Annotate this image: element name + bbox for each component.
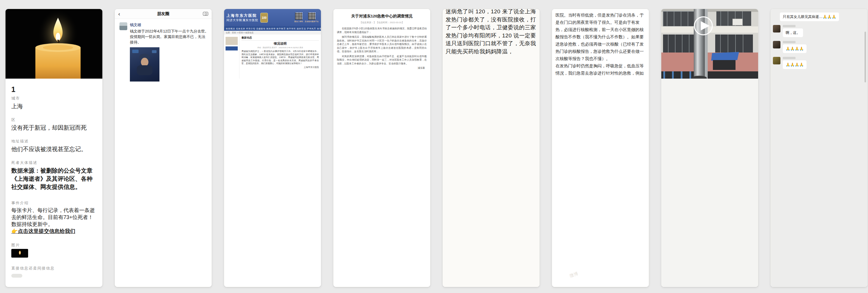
screenshot-text: 医院。当时有些低烧，但是发热门诊在消杀，于是在门口的黑夜里等待了很久。可是由于有… — [556, 11, 645, 77]
address-value: 他们不应该被漠视甚至忘记。 — [11, 145, 97, 153]
sender-name-blur — [783, 25, 796, 27]
avatar — [773, 25, 780, 32]
building-video-frame — [661, 9, 758, 79]
image-thumbnail-candle[interactable] — [11, 249, 28, 258]
card-7[interactable]: 微博 微博 医院。当时有些低烧，但是发热门诊在消杀，于是在门口的黑夜里等待了很久… — [552, 9, 649, 287]
hospital-name: 上海市东方医院 — [226, 13, 258, 18]
chat-message-row: 啊，这。 — [773, 25, 867, 37]
post-text: 钱文雄于2022年4月12日下午一点十九分去世。疫情期间一切从简。家属目前悲痛不… — [130, 28, 209, 45]
qr-caption: 患者移动服务平台 — [305, 20, 319, 23]
candle-photo — [5, 9, 102, 79]
card-body: 6 城市 上海 区 徐汇 地址描述 天平路街道永康居民区 死者大体描述 一位老人… — [443, 287, 539, 287]
notice-signature: 上海市东方医院 — [242, 66, 319, 69]
sender-name-blur — [783, 57, 796, 59]
statement-title: 关于对浦东120急救中心的调查情况 — [337, 13, 427, 19]
notice-meta: 作者：系统管理员 发表于：2022/3/25 2:46:41 有253人阅读 — [242, 47, 319, 49]
chat-bubble: 啊，这。 — [783, 28, 803, 37]
notice-title: 情况说明 — [242, 41, 319, 46]
chat-message-row: 🙏🙏🙏🙏 — [773, 57, 867, 69]
wechat-group-chat-screenshot: 只有其女儿眼见其病逝…🙏🙏🙏 啊，这。 🙏🙏🙏🙏 — [771, 9, 867, 287]
chat-message-row: 🙏🙏🙏🙏 — [773, 41, 867, 53]
card-number: 8 — [667, 287, 752, 287]
chat-bubble: 🙏🙏🙏🙏 — [783, 60, 807, 69]
moments-title: 朋友圈 — [157, 11, 169, 17]
camera-icon — [203, 12, 208, 16]
gallery-board: 1 城市 上海 区 没有死于新冠，却因新冠而死 地址描述 他们不应该被漠视甚至忘… — [0, 0, 868, 287]
weibo-watermark: 微博 — [568, 270, 579, 280]
event-value: 每张卡片、每行记录，代表着一条逝去的鲜活生命。目前有73+位死者！数据持续更新中… — [11, 207, 97, 228]
city-value: 上海 — [11, 102, 97, 110]
district-value: 没有死于新冠，却因新冠而死 — [11, 124, 97, 132]
submit-info-link[interactable]: 👉点击这里提交信息给我们 — [11, 228, 97, 235]
screenshot-text: 迷病危了叫 120，120 来了说全上海发热门诊都关了，没有医院接收，打了一个多… — [445, 9, 537, 55]
card-3[interactable]: ‹ 朋友圈 钱文雄 钱文雄于2022年4月12日下午一点十九分去世。疫情期间一切… — [115, 9, 212, 287]
back-chevron-icon: ‹ — [118, 11, 120, 17]
qr-code-icon — [295, 12, 302, 20]
notice-body: 周盛妮为我院护士，一直在院内从事护理相关工作。3月23日在家中哮喘发作，用药后无… — [242, 50, 319, 65]
post-photo — [130, 47, 159, 82]
candle-illustration — [5, 9, 102, 79]
empty-value-pill — [11, 274, 22, 277]
official-statement-screenshot: 关于对浦东120急救中心的调查情况 【信息来源：】【信息时间：2022-03-3… — [333, 9, 430, 287]
field-label-deceased: 死者大体描述 — [11, 160, 97, 166]
statement-paragraph: 在航昌路376弄小区120急救医生未向求救患者施救的情况，我委立即连夜启动调查，… — [337, 27, 427, 34]
poster-name: 钱文雄 — [130, 22, 209, 28]
card-body: 5 城市 上海 区 浦东 地址描述 航昌路 死者大体描述 浦东一位哮喘病人 事件… — [333, 287, 430, 287]
hospital-website-screenshot: 上海市东方医院 同济大学附属东方医院 100 微信二维码 患者移动服务平台 医院… — [224, 9, 321, 287]
hospital-subname: 同济大学附属东方医院 — [226, 18, 258, 22]
card-body: 4 城市 上海 区 浦东 地址描述 东方医院 死者大体描述 周盛妮，东方医院护士… — [224, 287, 321, 287]
column-title: 最新动态 — [242, 36, 319, 40]
card-number: 7 — [558, 287, 643, 287]
breadcrumb: 位置：首页 >>首页>>最新动态 — [224, 31, 321, 34]
chat-bubble: 🙏🙏🙏🙏 — [783, 45, 807, 53]
sender-name-blur — [783, 41, 796, 43]
statement-signature: 浦东新 — [337, 66, 427, 70]
card-9[interactable]: 只有其女儿眼见其病逝…🙏🙏🙏 啊，这。 🙏🙏🙏🙏 — [770, 9, 868, 287]
video-thumbnail — [661, 9, 758, 287]
wechat-moments-screenshot: ‹ 朋友圈 钱文雄 钱文雄于2022年4月12日下午一点十九分去世。疫情期间一切… — [115, 9, 212, 287]
moments-navbar: ‹ 朋友圈 — [115, 9, 212, 19]
field-label-city: 城市 — [11, 95, 97, 101]
moments-post: 钱文雄 钱文雄于2022年4月12日下午一点十九分去世。疫情期间一切从简。家属目… — [115, 19, 212, 45]
avatar — [773, 41, 780, 49]
qr-code-icon — [308, 12, 315, 20]
card-number: 6 — [448, 287, 534, 287]
statement-body: 在航昌路376弄小区120急救医生未向求救患者施救的情况，我委立即连夜启动调查，… — [337, 27, 427, 65]
card-number: 5 — [339, 287, 425, 287]
site-nav-menu: 医院概况 名医名家 科室介绍 党建园地 医政管理 医学教育 医学研究 国际交流 … — [224, 26, 321, 31]
text-screenshot: 迷病危了叫 120，120 来了说全上海发热门诊都关了，没有医院接收，打了一个多… — [443, 9, 539, 287]
statement-paragraph: 接到求救情况后，现场核酸检测的医务人员已奔赴其家中进行了数十分钟的紧急抢救。当时… — [337, 35, 427, 53]
card-body: 7 城市 上海 区 不明 地址描述 不明 死者大体描述 一位癌症患者 事件介绍 … — [552, 287, 649, 287]
site-main: 最新动态 情况说明 作者：系统管理员 发表于：2022/3/25 2:46:41… — [239, 34, 321, 79]
card-5[interactable]: 关于对浦东120急救中心的调查情况 【信息来源：】【信息时间：2022-03-3… — [333, 9, 431, 287]
avatar — [773, 57, 780, 64]
scrollbar[interactable] — [865, 32, 866, 82]
anniversary-badge: 100 — [260, 13, 268, 23]
field-label-image: 图片 — [11, 242, 97, 248]
statement-paragraph: 对其的离世深表悲痛，对急救医生由于经验不足、处置不当未能及时出借车载除颤仪，作出… — [337, 55, 427, 65]
deceased-value: 数据来源：被删除的公众号文章《上海逝者》及其评论区、各种社交媒体、网友提供信息。 — [11, 167, 97, 191]
card-number: 4 — [230, 287, 315, 287]
field-label-address: 地址描述 — [11, 138, 97, 144]
avatar — [119, 22, 127, 30]
play-icon — [694, 17, 712, 35]
card-4[interactable]: 上海市东方医院 同济大学附属东方医院 100 微信二维码 患者移动服务平台 医院… — [224, 9, 321, 287]
card-body: 1 城市 上海 区 没有死于新冠，却因新冠而死 地址描述 他们不应该被漠视甚至忘… — [5, 79, 102, 287]
card-number: 1 — [11, 79, 97, 95]
card-8[interactable]: 8 城市 上海 区 不明 地址描述 不明 死者大体描述 一位透析病人 事件介绍 … — [661, 9, 758, 287]
card-number: 3 — [121, 287, 206, 287]
card-1[interactable]: 1 城市 上海 区 没有死于新冠，却因新冠而死 地址描述 他们不应该被漠视甚至忘… — [5, 9, 103, 287]
statement-meta: 【信息来源：】【信息时间：2022-03-31】 — [337, 21, 427, 24]
card-number: 9 — [776, 287, 862, 287]
site-sidebar — [224, 34, 239, 79]
qr-caption: 微信二维码 — [294, 20, 303, 23]
field-label-event: 事件介绍 — [11, 200, 97, 206]
card-body: 3 城市 上海 区 虹口 地址描述 虹口区妇幼保健所 死者大体描述 虹口区卫健委… — [115, 287, 212, 287]
hospital-site-header: 上海市东方医院 同济大学附属东方医院 100 微信二维码 患者移动服务平台 — [224, 9, 321, 26]
card-6[interactable]: 迷病危了叫 120，120 来了说全上海发热门诊都关了，没有医院接收，打了一个多… — [442, 9, 540, 287]
card-body: 8 城市 上海 区 不明 地址描述 不明 死者大体描述 一位透析病人 事件介绍 … — [661, 287, 758, 287]
field-label-district: 区 — [11, 117, 97, 123]
field-label-direct: 直接信息还是间接信息 — [11, 265, 97, 271]
card-body: 9 城市 上海 区 不明 地址描述 不明 死者大体描述 网信证券副总裁韦桂国 事… — [771, 287, 867, 287]
chat-bubble: 只有其女儿眼见其病逝…🙏🙏🙏 — [780, 12, 839, 21]
